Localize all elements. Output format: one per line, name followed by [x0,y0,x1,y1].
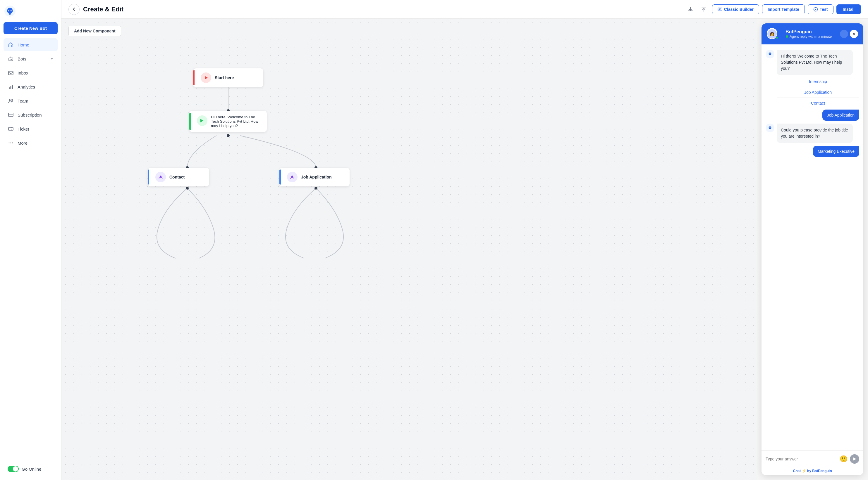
svg-point-34 [786,35,788,38]
emoji-button[interactable]: 🙂 [840,455,847,463]
bot-message-row-1: Hi there! Welcome to The Tech Solutions … [766,50,859,75]
start-node[interactable]: Start here [193,68,263,87]
sidebar-item-bots[interactable]: Bots ▼ [3,52,58,65]
chat-close-button[interactable]: ✕ [850,30,858,38]
chat-footer: Chat ⚡ by BotPenguin [762,467,863,475]
sidebar-item-inbox[interactable]: Inbox [3,66,58,79]
svg-point-31 [314,187,317,190]
sidebar-item-home-label: Home [18,42,29,47]
analytics-icon [8,83,14,90]
bot-bubble-1: Hi there! Welcome to The Tech Solutions … [777,50,853,75]
user-message-row-1: Job Application [766,109,859,121]
chat-widget: 👩 👨🏿 BotPenguin Agent reply within a min… [762,23,863,475]
classic-builder-button[interactable]: Classic Builder [712,4,759,14]
chat-agent-status: Agent reply within a minute [785,34,836,39]
test-button[interactable]: Test [808,4,834,14]
svg-point-37 [770,54,771,54]
install-button[interactable]: Install [836,4,861,14]
choice-separator-1 [777,87,859,87]
svg-point-33 [291,176,293,177]
svg-rect-12 [10,86,11,89]
sidebar-item-analytics-label: Analytics [18,84,35,90]
import-template-label: Import Template [768,7,799,12]
job-application-node-label: Job Application [301,175,332,179]
chat-header-actions: ⋮ ✕ [840,30,858,38]
go-online-row: Go Online [3,462,58,475]
user-message-row-2: Marketing Executive [766,146,859,157]
send-button[interactable] [850,454,859,464]
sidebar-item-inbox-label: Inbox [18,70,28,75]
svg-point-32 [160,176,161,177]
download-button[interactable] [685,4,696,14]
classic-builder-label: Classic Builder [724,7,754,12]
sidebar-item-analytics[interactable]: Analytics [3,80,58,93]
back-button[interactable] [68,4,80,15]
choice-separator-2 [777,98,859,98]
import-template-button[interactable]: Import Template [762,4,805,14]
svg-rect-13 [12,85,13,89]
svg-point-20 [12,143,13,143]
welcome-node-label: Hi There, Welcome to The Tech Solutions … [211,115,261,128]
choice-internship[interactable]: Internship [809,78,827,85]
chat-bot-name: BotPenguin [785,29,836,34]
logo [3,5,17,18]
flow-connections [61,19,757,480]
svg-rect-5 [10,45,12,47]
add-component-button[interactable]: Add New Component [68,26,121,36]
header-actions: Classic Builder Import Template Test Ins… [685,4,861,14]
chat-avatars: 👩 👨🏿 [767,28,782,40]
chat-panel: 👩 👨🏿 BotPenguin Agent reply within a min… [757,19,868,480]
flow-canvas[interactable]: Add New Component [61,19,757,480]
user-bubble-2: Marketing Executive [813,146,859,157]
chat-footer-text: Chat ⚡ by [793,469,812,473]
sidebar-item-subscription[interactable]: Subscription [3,108,58,121]
create-new-bot-button[interactable]: Create New Bot [3,22,58,34]
job-application-node[interactable]: Job Application [279,168,350,186]
contact-node[interactable]: Contact [148,168,209,186]
chat-footer-brand: BotPenguin [812,469,832,473]
more-icon [8,140,14,146]
chat-input[interactable] [766,457,837,461]
sidebar-item-home[interactable]: Home [3,38,58,51]
bot-avatar-sm-2 [766,124,774,132]
ticket-icon [8,126,14,132]
sidebar-item-more[interactable]: More [3,136,58,149]
svg-point-27 [227,134,230,137]
bots-icon [8,56,14,62]
sidebar-item-team-label: Team [18,98,28,103]
header: Create & Edit Classic Builder Import Tem… [61,0,868,19]
svg-point-15 [12,99,13,101]
home-icon [8,41,14,48]
user-bubble-1: Job Application [823,109,859,121]
main-content: Create & Edit Classic Builder Import Tem… [61,0,868,480]
choices-container: Internship Job Application Contact [777,78,859,107]
sidebar-item-subscription-label: Subscription [18,112,42,117]
choice-contact[interactable]: Contact [811,100,825,107]
chat-menu-button[interactable]: ⋮ [840,30,848,38]
welcome-node[interactable]: Hi There, Welcome to The Tech Solutions … [189,111,267,132]
choice-job-application[interactable]: Job Application [804,89,832,96]
svg-rect-10 [8,71,13,75]
go-online-toggle[interactable] [8,466,19,472]
chat-messages: Hi there! Welcome to The Tech Solutions … [762,44,863,450]
svg-point-3 [8,10,9,11]
online-indicator [776,36,778,39]
svg-point-7 [10,59,10,60]
svg-rect-11 [9,88,10,89]
chat-header-info: BotPenguin Agent reply within a minute [785,29,836,39]
svg-rect-6 [9,58,13,61]
sidebar-item-ticket[interactable]: Ticket [3,123,58,135]
toggle-thumb [13,466,18,472]
svg-point-4 [11,10,11,11]
svg-point-39 [769,127,770,128]
bot-avatar-sm [766,50,774,59]
team-icon [8,98,14,104]
svg-point-14 [9,99,11,101]
sidebar-item-ticket-label: Ticket [18,127,29,132]
canvas-area: Add New Component [61,19,868,480]
upload-button[interactable] [699,4,709,14]
svg-rect-17 [8,127,13,130]
svg-rect-21 [718,8,722,11]
sidebar-item-bots-label: Bots [18,57,26,61]
sidebar-item-team[interactable]: Team [3,94,58,107]
